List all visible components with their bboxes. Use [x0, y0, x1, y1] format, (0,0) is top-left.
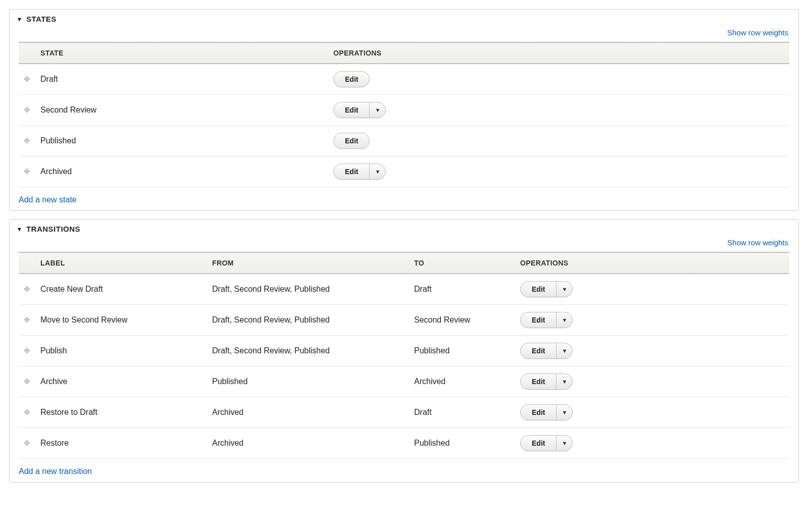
transition-to: Published [414, 346, 449, 355]
transition-from: Archived [212, 408, 243, 416]
add-transition-link[interactable]: Add a new transition [19, 467, 789, 476]
chevron-down-icon: ▼ [562, 317, 568, 323]
operations-dropbutton: Edit▼ [333, 102, 386, 118]
transition-to: Draft [414, 285, 432, 293]
transitions-fieldset-toggle[interactable]: ▼ TRANSITIONS [10, 220, 798, 236]
transition-label: Restore to Draft [40, 408, 97, 416]
chevron-down-icon: ▼ [562, 409, 568, 415]
transition-label: Create New Draft [40, 285, 103, 293]
dropdown-toggle[interactable]: ▼ [369, 164, 385, 179]
transitions-col-to: TO [409, 252, 515, 274]
states-col-operations: OPERATIONS [328, 42, 789, 64]
dropdown-toggle[interactable]: ▼ [556, 282, 572, 297]
transition-to: Published [414, 439, 449, 447]
transitions-col-from: FROM [207, 252, 409, 274]
operations-dropbutton: Edit▼ [520, 404, 573, 420]
table-row: ✥RestoreArchivedPublishedEdit▼ [19, 428, 789, 459]
drag-handle-icon[interactable]: ✥ [24, 105, 30, 115]
dropdown-toggle[interactable]: ▼ [556, 343, 572, 358]
operations-dropbutton: Edit▼ [520, 374, 573, 390]
dropdown-toggle[interactable]: ▼ [556, 374, 572, 389]
drag-handle-icon[interactable]: ✥ [24, 346, 30, 355]
transition-label: Restore [40, 439, 69, 447]
drag-handle-icon[interactable]: ✥ [24, 377, 30, 386]
table-row: ✥ArchivedEdit▼ [19, 156, 789, 187]
operations-dropbutton: Edit▼ [333, 133, 370, 149]
transition-to: Second Review [414, 315, 470, 324]
operations-dropbutton: Edit▼ [520, 312, 573, 328]
dropdown-toggle[interactable]: ▼ [556, 405, 572, 420]
table-row: ✥PublishDraft, Second Review, PublishedP… [19, 336, 789, 366]
edit-button[interactable]: Edit [521, 343, 556, 358]
states-title: STATES [26, 15, 57, 23]
transition-from: Draft, Second Review, Published [212, 285, 330, 293]
transition-from: Draft, Second Review, Published [212, 346, 330, 355]
operations-dropbutton: Edit▼ [520, 281, 573, 297]
transitions-col-operations: OPERATIONS [515, 252, 789, 274]
transition-label: Move to Second Review [40, 315, 128, 324]
state-name: Draft [40, 75, 58, 83]
operations-dropbutton: Edit▼ [520, 343, 573, 359]
drag-handle-icon[interactable]: ✥ [24, 167, 30, 176]
transition-label: Archive [40, 377, 67, 386]
transition-to: Draft [414, 408, 432, 416]
table-row: ✥Create New DraftDraft, Second Review, P… [19, 274, 789, 305]
edit-button[interactable]: Edit [521, 436, 556, 451]
table-row: ✥Restore to DraftArchivedDraftEdit▼ [19, 397, 789, 428]
chevron-down-icon: ▼ [375, 169, 381, 175]
chevron-down-icon: ▼ [562, 286, 568, 292]
chevron-down-icon: ▼ [562, 440, 568, 446]
states-table: STATE OPERATIONS ✥DraftEdit▼✥Second Revi… [19, 42, 789, 187]
table-row: ✥PublishedEdit▼ [19, 126, 789, 156]
show-row-weights-link[interactable]: Show row weights [727, 28, 788, 37]
table-row: ✥ArchivePublishedArchivedEdit▼ [19, 366, 789, 397]
edit-button[interactable]: Edit [521, 312, 556, 328]
operations-dropbutton: Edit▼ [520, 435, 573, 451]
states-fieldset-toggle[interactable]: ▼ STATES [10, 10, 798, 26]
dropdown-toggle[interactable]: ▼ [556, 436, 572, 451]
state-name: Published [40, 136, 76, 145]
table-row: ✥DraftEdit▼ [19, 64, 789, 95]
collapse-icon: ▼ [17, 226, 22, 232]
edit-button[interactable]: Edit [334, 102, 369, 118]
transitions-fieldset: ▼ TRANSITIONS Show row weights LABEL FRO… [9, 219, 799, 483]
chevron-down-icon: ▼ [562, 348, 568, 354]
edit-button[interactable]: Edit [334, 164, 369, 179]
edit-button[interactable]: Edit [521, 405, 556, 420]
drag-handle-icon[interactable]: ✥ [24, 408, 30, 417]
drag-handle-icon[interactable]: ✥ [24, 439, 30, 448]
drag-handle-icon[interactable]: ✥ [24, 315, 30, 325]
dropdown-toggle[interactable]: ▼ [369, 102, 385, 118]
edit-button[interactable]: Edit [521, 374, 556, 389]
drag-handle-icon[interactable]: ✥ [24, 285, 30, 294]
transition-from: Draft, Second Review, Published [212, 315, 330, 324]
chevron-down-icon: ▼ [375, 107, 381, 113]
collapse-icon: ▼ [17, 16, 22, 22]
drag-handle-icon[interactable]: ✥ [24, 136, 30, 145]
transition-from: Archived [212, 439, 243, 447]
operations-dropbutton: Edit▼ [333, 71, 370, 87]
state-name: Second Review [40, 105, 96, 114]
edit-button[interactable]: Edit [521, 282, 556, 297]
drag-handle-icon[interactable]: ✥ [24, 75, 30, 84]
transitions-col-label: LABEL [35, 252, 207, 274]
transition-to: Archived [414, 377, 445, 386]
edit-button[interactable]: Edit [334, 72, 369, 87]
chevron-down-icon: ▼ [562, 379, 568, 385]
dropdown-toggle[interactable]: ▼ [556, 312, 572, 328]
table-row: ✥Second ReviewEdit▼ [19, 95, 789, 126]
operations-dropbutton: Edit▼ [333, 164, 386, 180]
states-col-state: STATE [35, 42, 328, 64]
add-state-link[interactable]: Add a new state [19, 195, 789, 204]
show-row-weights-link[interactable]: Show row weights [727, 238, 788, 247]
table-row: ✥Move to Second ReviewDraft, Second Revi… [19, 305, 789, 336]
states-fieldset: ▼ STATES Show row weights STATE OPERATIO… [9, 9, 799, 211]
state-name: Archived [40, 167, 72, 176]
edit-button[interactable]: Edit [334, 133, 369, 148]
transition-from: Published [212, 377, 247, 386]
transitions-title: TRANSITIONS [26, 225, 80, 233]
transition-label: Publish [40, 346, 67, 355]
transitions-table: LABEL FROM TO OPERATIONS ✥Create New Dra… [19, 252, 789, 459]
